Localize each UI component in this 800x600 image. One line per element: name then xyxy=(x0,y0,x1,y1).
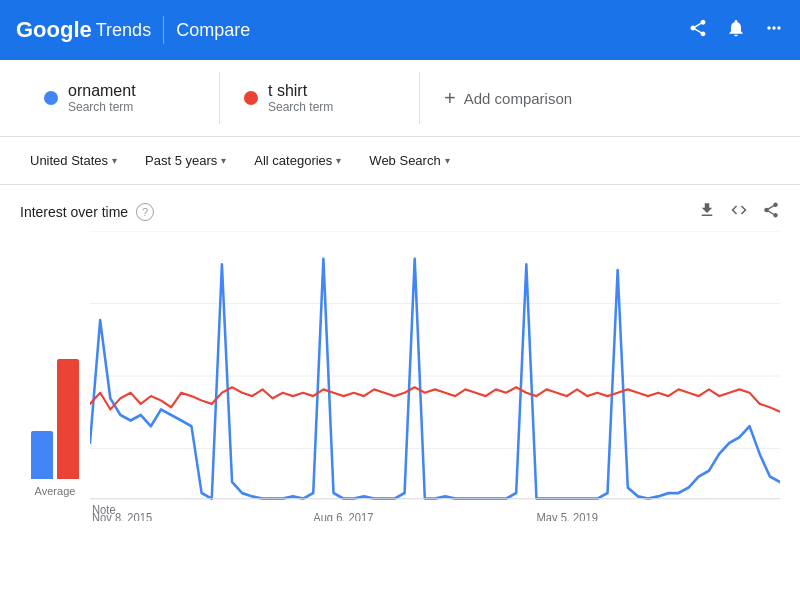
ornament-line xyxy=(90,259,780,499)
filters-bar: United States ▾ Past 5 years ▾ All categ… xyxy=(0,137,800,185)
header-right xyxy=(688,18,784,43)
header-compare-label: Compare xyxy=(176,20,250,41)
search-type-chevron: ▾ xyxy=(445,155,450,166)
share-icon[interactable] xyxy=(688,18,708,43)
chart-title-row: Interest over time ? xyxy=(20,203,154,221)
tshirt-type: Search term xyxy=(268,100,333,114)
tshirt-line xyxy=(90,387,780,412)
category-label: All categories xyxy=(254,153,332,168)
chart-main: 100 75 50 25 Note Nov 8, 2015 Aug 6, 201… xyxy=(90,231,780,521)
average-bars xyxy=(31,319,79,479)
time-label: Past 5 years xyxy=(145,153,217,168)
average-label: Average xyxy=(35,485,76,497)
chart-area: Average 100 75 50 25 xyxy=(20,231,780,521)
apps-icon[interactable] xyxy=(764,18,784,43)
chart-actions xyxy=(698,201,780,223)
google-logo: Google Trends xyxy=(16,17,151,43)
search-term-ornament[interactable]: ornament Search term xyxy=(20,72,220,124)
search-term-tshirt[interactable]: t shirt Search term xyxy=(220,72,420,124)
add-comparison-label: Add comparison xyxy=(464,90,572,107)
chart-title: Interest over time xyxy=(20,204,128,220)
chart-header: Interest over time ? xyxy=(20,201,780,223)
logo-trends: Trends xyxy=(96,20,151,41)
search-type-label: Web Search xyxy=(369,153,440,168)
logo-google: Google xyxy=(16,17,92,43)
add-comparison-button[interactable]: + Add comparison xyxy=(420,77,596,120)
ornament-dot xyxy=(44,91,58,105)
tshirt-name: t shirt xyxy=(268,82,333,100)
embed-icon[interactable] xyxy=(730,201,748,223)
header-divider xyxy=(163,16,164,44)
tshirt-dot xyxy=(244,91,258,105)
svg-text:May 5, 2019: May 5, 2019 xyxy=(536,511,597,521)
chart-section: Interest over time ? Average xyxy=(0,185,800,521)
category-filter[interactable]: All categories ▾ xyxy=(244,147,351,174)
time-filter[interactable]: Past 5 years ▾ xyxy=(135,147,236,174)
tshirt-info: t shirt Search term xyxy=(268,82,333,114)
chart-left-panel: Average xyxy=(20,231,90,521)
ornament-name: ornament xyxy=(68,82,136,100)
search-bar: ornament Search term t shirt Search term… xyxy=(0,60,800,137)
header-left: Google Trends Compare xyxy=(16,16,250,44)
share-chart-icon[interactable] xyxy=(762,201,780,223)
ornament-type: Search term xyxy=(68,100,136,114)
notification-icon[interactable] xyxy=(726,18,746,43)
ornament-info: ornament Search term xyxy=(68,82,136,114)
search-type-filter[interactable]: Web Search ▾ xyxy=(359,147,459,174)
region-filter[interactable]: United States ▾ xyxy=(20,147,127,174)
add-plus-icon: + xyxy=(444,87,456,110)
help-icon[interactable]: ? xyxy=(136,203,154,221)
region-label: United States xyxy=(30,153,108,168)
tshirt-avg-bar xyxy=(57,359,79,479)
region-chevron: ▾ xyxy=(112,155,117,166)
svg-text:Aug 6, 2017: Aug 6, 2017 xyxy=(313,511,373,521)
category-chevron: ▾ xyxy=(336,155,341,166)
ornament-avg-bar xyxy=(31,431,53,479)
header: Google Trends Compare xyxy=(0,0,800,60)
trend-chart: 100 75 50 25 Note Nov 8, 2015 Aug 6, 201… xyxy=(90,231,780,521)
svg-text:Nov 8, 2015: Nov 8, 2015 xyxy=(92,511,153,521)
time-chevron: ▾ xyxy=(221,155,226,166)
download-icon[interactable] xyxy=(698,201,716,223)
